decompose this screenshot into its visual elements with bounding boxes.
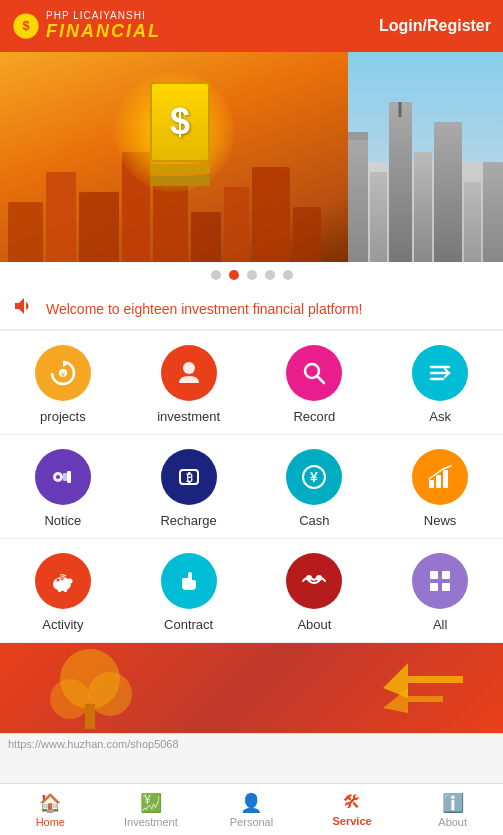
svg-text:¥: ¥ [60, 370, 66, 379]
banner2 [0, 643, 503, 733]
hero-banner: $ [0, 52, 503, 262]
investment-label: investment [157, 409, 220, 424]
menu-item-investment[interactable]: investment [126, 331, 252, 435]
svg-rect-19 [436, 475, 441, 488]
marquee-bar: Welcome to eighteen investment financial… [0, 288, 503, 330]
recharge-label: Recharge [160, 513, 216, 528]
menu-item-projects[interactable]: ¥ projects [0, 331, 126, 435]
news-icon-wrap [412, 449, 468, 505]
svg-rect-20 [443, 470, 448, 488]
home-nav-label: Home [36, 816, 65, 828]
login-register-button[interactable]: Login/Register [379, 17, 491, 35]
news-label: News [424, 513, 457, 528]
menu-grid: ¥ projects investment Record [0, 330, 503, 643]
dot-4[interactable] [283, 270, 293, 280]
all-label: All [433, 617, 447, 632]
bottom-nav: 🏠 Home 💹 Investment 👤 Personal 🛠 Service… [0, 783, 503, 835]
svg-rect-18 [429, 480, 434, 488]
notice-label: Notice [44, 513, 81, 528]
service-nav-icon: 🛠 [343, 792, 361, 813]
svg-rect-31 [442, 571, 450, 579]
cash-icon-wrap: ¥ [286, 449, 342, 505]
marquee-text: Welcome to eighteen investment financial… [46, 301, 362, 317]
svg-text:₿: ₿ [185, 471, 192, 485]
record-icon-wrap [286, 345, 342, 401]
svg-rect-13 [67, 471, 71, 483]
svg-text:$: $ [60, 574, 64, 582]
personal-nav-label: Personal [230, 816, 273, 828]
header-left: $ PHP LICAIYANSHI FINANCIAL [12, 10, 161, 42]
investment-nav-icon: 💹 [140, 792, 162, 814]
record-label: Record [293, 409, 335, 424]
notice-icon-wrap [35, 449, 91, 505]
projects-label: projects [40, 409, 86, 424]
nav-about[interactable]: ℹ️ About [402, 784, 503, 835]
banner-right-panel [348, 52, 503, 262]
contract-label: Contract [164, 617, 213, 632]
logo-icon: $ [12, 12, 40, 40]
logo-top: PHP LICAIYANSHI [46, 10, 161, 21]
svg-rect-32 [430, 583, 438, 591]
svg-text:¥: ¥ [310, 469, 318, 485]
menu-item-record[interactable]: Record [252, 331, 378, 435]
menu-item-about[interactable]: About [252, 539, 378, 643]
menu-item-contract[interactable]: Contract [126, 539, 252, 643]
ask-icon-wrap [412, 345, 468, 401]
svg-point-4 [183, 362, 195, 374]
activity-label: Activity [42, 617, 83, 632]
menu-item-recharge[interactable]: ₿ Recharge [126, 435, 252, 539]
contract-icon-wrap [161, 553, 217, 609]
svg-point-11 [56, 475, 60, 479]
projects-icon-wrap: ¥ [35, 345, 91, 401]
all-icon-wrap [412, 553, 468, 609]
recharge-icon-wrap: ₿ [161, 449, 217, 505]
personal-nav-icon: 👤 [240, 792, 262, 814]
svg-point-22 [67, 579, 72, 584]
menu-item-cash[interactable]: ¥ Cash [252, 435, 378, 539]
svg-marker-38 [383, 663, 463, 698]
header: $ PHP LICAIYANSHI FINANCIAL Login/Regist… [0, 0, 503, 52]
banner-dots [0, 262, 503, 288]
watermark: https://www.huzhan.com/shop5068 [0, 733, 503, 754]
nav-investment[interactable]: 💹 Investment [101, 784, 202, 835]
banner-background: $ [0, 52, 503, 262]
svg-text:$: $ [22, 19, 29, 33]
nav-personal[interactable]: 👤 Personal [201, 784, 302, 835]
svg-marker-39 [383, 688, 443, 713]
nav-home[interactable]: 🏠 Home [0, 784, 101, 835]
svg-rect-30 [430, 571, 438, 579]
speaker-icon [12, 294, 36, 323]
menu-item-notice[interactable]: Notice [0, 435, 126, 539]
dot-3[interactable] [265, 270, 275, 280]
home-icon: 🏠 [39, 792, 61, 814]
logo-text: PHP LICAIYANSHI FINANCIAL [46, 10, 161, 42]
svg-rect-23 [58, 588, 61, 592]
about-nav-label: About [438, 816, 467, 828]
dot-1[interactable] [229, 270, 239, 280]
svg-rect-12 [63, 473, 67, 481]
about-nav-icon: ℹ️ [442, 792, 464, 814]
svg-line-6 [317, 376, 324, 383]
activity-icon-wrap: $ [35, 553, 91, 609]
svg-point-35 [50, 679, 90, 719]
cash-label: Cash [299, 513, 329, 528]
watermark-text: https://www.huzhan.com/shop5068 [8, 738, 179, 750]
svg-rect-33 [442, 583, 450, 591]
svg-point-25 [56, 579, 59, 582]
menu-item-ask[interactable]: Ask [377, 331, 503, 435]
svg-rect-24 [64, 588, 67, 592]
about-icon-wrap [286, 553, 342, 609]
logo-main: FINANCIAL [46, 21, 161, 42]
svg-rect-37 [85, 704, 95, 729]
menu-item-all[interactable]: All [377, 539, 503, 643]
investment-icon-wrap [161, 345, 217, 401]
investment-nav-label: Investment [124, 816, 178, 828]
menu-item-activity[interactable]: $ Activity [0, 539, 126, 643]
service-nav-label: Service [333, 815, 372, 827]
ask-label: Ask [429, 409, 451, 424]
dot-0[interactable] [211, 270, 221, 280]
dot-2[interactable] [247, 270, 257, 280]
nav-service[interactable]: 🛠 Service [302, 784, 403, 835]
menu-item-news[interactable]: News [377, 435, 503, 539]
about-label: About [297, 617, 331, 632]
